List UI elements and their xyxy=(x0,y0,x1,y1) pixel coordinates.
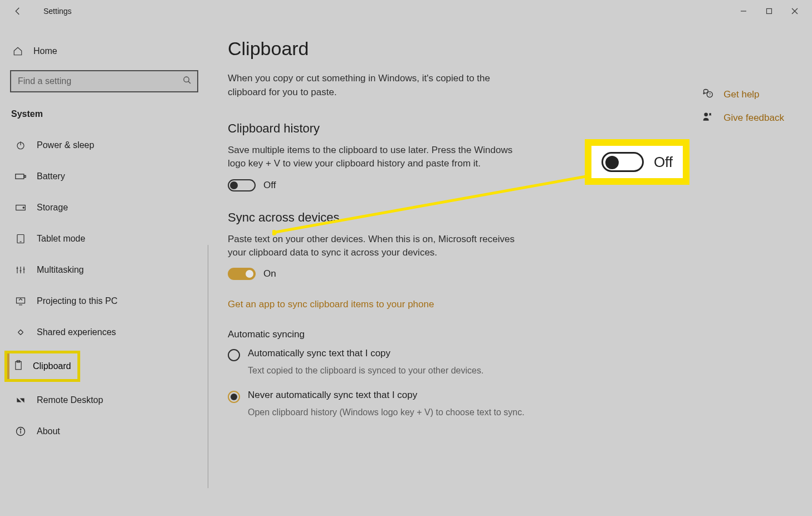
history-toggle-row: Off xyxy=(228,179,790,191)
radio-button[interactable] xyxy=(228,391,240,403)
section-header: System xyxy=(11,109,200,119)
nav-label: Clipboard xyxy=(33,361,71,371)
nav-about[interactable]: About xyxy=(4,416,200,446)
svg-point-28 xyxy=(705,113,708,117)
annotation-callout: Off xyxy=(585,139,689,185)
info-icon xyxy=(14,426,27,436)
give-feedback-link[interactable]: Give feedback xyxy=(702,111,784,125)
help-text: Get help xyxy=(723,89,759,100)
nav-list: Power & sleep Battery Storage Tablet mod… xyxy=(4,130,200,446)
nav-label: Remote Desktop xyxy=(37,395,103,405)
main-content: Clipboard When you copy or cut something… xyxy=(211,22,812,516)
feedback-icon xyxy=(702,111,715,125)
storage-icon xyxy=(14,204,27,212)
nav-shared-experiences[interactable]: Shared experiences xyxy=(4,317,200,347)
get-help-link[interactable]: ? Get help xyxy=(702,88,784,101)
page-lead: When you copy or cut something in Window… xyxy=(228,72,517,99)
svg-point-25 xyxy=(20,429,21,430)
nav-label: About xyxy=(37,426,60,436)
sync-toggle-row: On xyxy=(228,268,790,280)
radio-auto-sync[interactable]: Automatically sync text that I copy xyxy=(228,348,790,361)
remote-icon xyxy=(14,395,27,405)
settings-window: Settings Home Sy xyxy=(0,0,812,516)
nav-label: Projecting to this PC xyxy=(37,296,118,306)
project-icon xyxy=(14,296,27,306)
sidebar: Home System Power & sleep Battery xyxy=(0,22,211,516)
nav-power-sleep[interactable]: Power & sleep xyxy=(4,130,200,160)
nav-label: Shared experiences xyxy=(37,327,116,337)
minimize-button[interactable] xyxy=(731,2,756,20)
sync-toggle[interactable] xyxy=(228,268,256,280)
svg-rect-9 xyxy=(25,175,26,177)
radio-label: Automatically sync text that I copy xyxy=(248,348,390,359)
nav-battery[interactable]: Battery xyxy=(4,161,200,191)
history-toggle-label: Off xyxy=(263,180,276,191)
close-button[interactable] xyxy=(782,2,808,20)
feedback-text: Give feedback xyxy=(723,112,784,124)
home-nav[interactable]: Home xyxy=(10,39,200,63)
app-title: Settings xyxy=(43,7,72,16)
page-title: Clipboard xyxy=(228,38,790,60)
nav-projecting[interactable]: Projecting to this PC xyxy=(4,286,200,316)
svg-rect-21 xyxy=(16,362,21,370)
power-icon xyxy=(14,140,27,150)
radio-label: Never automatically sync text that I cop… xyxy=(248,390,417,401)
nav-multitasking[interactable]: Multitasking xyxy=(4,255,200,285)
nav-remote-desktop[interactable]: Remote Desktop xyxy=(4,385,200,415)
titlebar: Settings xyxy=(0,0,812,22)
nav-label: Multitasking xyxy=(37,265,84,275)
help-box: ? Get help Give feedback xyxy=(702,88,784,125)
history-desc: Save multiple items to the clipboard to … xyxy=(228,144,517,170)
search-field[interactable] xyxy=(10,70,198,92)
multitasking-icon xyxy=(14,265,27,275)
battery-icon xyxy=(14,173,27,180)
nav-label: Storage xyxy=(37,203,68,213)
home-icon xyxy=(12,46,23,56)
annotation-highlight-nav: Clipboard xyxy=(4,351,80,382)
sync-toggle-label: On xyxy=(263,268,276,279)
nav-storage[interactable]: Storage xyxy=(4,193,200,223)
maximize-button[interactable] xyxy=(756,2,782,20)
nav-label: Tablet mode xyxy=(37,234,85,244)
sync-desc: Paste text on your other devices. When t… xyxy=(228,233,517,259)
nav-label: Battery xyxy=(37,171,65,181)
search-input[interactable] xyxy=(11,71,197,91)
callout-label: Off xyxy=(654,154,673,171)
sync-app-link[interactable]: Get an app to sync clipboard items to yo… xyxy=(228,299,434,310)
callout-toggle-icon xyxy=(601,152,644,172)
svg-point-4 xyxy=(184,77,189,82)
auto-sync-header: Automatic syncing xyxy=(228,329,790,340)
clipboard-icon xyxy=(14,360,23,372)
radio-sub: Text copied to the clipboard is synced t… xyxy=(248,365,526,377)
radio-button[interactable] xyxy=(228,349,240,361)
radio-never-sync[interactable]: Never automatically sync text that I cop… xyxy=(228,390,790,403)
share-icon xyxy=(14,327,27,337)
help-icon: ? xyxy=(702,88,715,101)
svg-rect-8 xyxy=(16,174,24,179)
sync-header: Sync across devices xyxy=(228,210,790,225)
nav-label: Power & sleep xyxy=(37,140,94,150)
tablet-icon xyxy=(14,234,27,244)
svg-rect-1 xyxy=(767,9,772,14)
nav-clipboard[interactable]: Clipboard xyxy=(7,353,77,379)
back-button[interactable] xyxy=(9,2,27,20)
svg-point-11 xyxy=(23,207,24,208)
svg-text:?: ? xyxy=(709,92,711,96)
radio-sub: Open clipboard history (Windows logo key… xyxy=(248,406,526,419)
svg-line-5 xyxy=(188,81,190,83)
nav-tablet-mode[interactable]: Tablet mode xyxy=(4,224,200,254)
history-toggle[interactable] xyxy=(228,179,256,191)
search-icon xyxy=(183,76,192,87)
home-label: Home xyxy=(33,46,57,56)
